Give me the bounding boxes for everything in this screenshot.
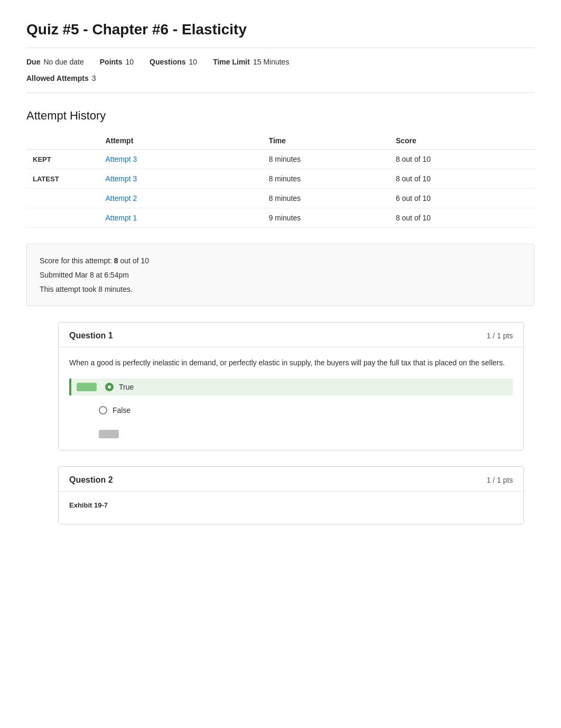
radio-false [99,406,107,414]
answer-true-label: True [119,383,134,391]
score-suffix: out of 10 [118,256,149,265]
question-2-body: Exhibit 19-7 [59,492,523,524]
question-1-header: Question 1 1 / 1 pts [59,322,523,347]
exhibit-label: Exhibit 19-7 [69,501,513,509]
row-attempt[interactable]: Attempt 3 [99,169,262,189]
table-row: LATESTAttempt 38 minutes8 out of 10 [26,169,535,189]
answer-false: False [69,402,513,419]
score-line: Score for this attempt: 8 out of 10 [40,254,521,268]
question-1-text: When a good is perfectly inelastic in de… [69,357,513,368]
question-2-block: Question 2 1 / 1 pts Exhibit 19-7 [58,466,524,524]
time-limit-value: 15 Minutes [253,56,289,69]
row-attempt[interactable]: Attempt 3 [99,150,262,169]
row-time: 8 minutes [263,150,390,169]
questions-value: 10 [189,56,198,69]
time-limit-label: Time Limit [213,56,250,69]
row-label: LATEST [26,169,99,189]
row-score: 6 out of 10 [389,189,535,208]
question-1-body: When a good is perfectly inelastic in de… [59,347,523,450]
duration-text: This attempt took 8 minutes. [40,282,521,297]
score-summary: Score for this attempt: 8 out of 10 Subm… [26,244,535,306]
score-text: Score for this attempt: [40,256,114,265]
question-1-block: Question 1 1 / 1 pts When a good is perf… [58,322,524,450]
correct-indicator [77,383,97,391]
question-2-title: Question 2 [69,475,113,485]
col-header-score: Score [389,132,535,150]
col-header-attempt: Attempt [99,132,262,150]
row-time: 8 minutes [263,189,390,208]
question-1-title: Question 1 [69,331,113,340]
row-score: 8 out of 10 [389,169,535,189]
row-score: 8 out of 10 [389,150,535,169]
row-time: 8 minutes [263,169,390,189]
table-row: Attempt 19 minutes8 out of 10 [26,208,535,228]
attempt-history-section: Attempt History Attempt Time Score KEPTA… [26,109,535,228]
points-label: Points [100,56,123,69]
points-value: 10 [126,56,134,69]
row-label [26,189,99,208]
row-attempt[interactable]: Attempt 1 [99,208,262,228]
question-2-header: Question 2 1 / 1 pts [59,467,523,492]
col-header-label [26,132,99,150]
score-value: 8 [114,256,118,265]
attempt-history-title: Attempt History [26,109,535,123]
row-attempt[interactable]: Attempt 2 [99,189,262,208]
answer-key-bar [99,430,119,438]
due-label: Due [26,56,40,69]
col-header-time: Time [263,132,390,150]
question-1-pts: 1 / 1 pts [487,331,513,340]
row-label [26,208,99,228]
quiz-title: Quiz #5 - Chapter #6 - Elasticity [26,21,535,38]
answer-true: True [69,379,513,395]
allowed-attempts-label: Allowed Attempts [26,72,89,85]
row-score: 8 out of 10 [389,208,535,228]
table-row: Attempt 28 minutes6 out of 10 [26,189,535,208]
table-row: KEPTAttempt 38 minutes8 out of 10 [26,150,535,169]
quiz-meta: Due No due date Points 10 Questions 10 T… [26,48,535,93]
due-value: No due date [43,56,83,69]
row-time: 9 minutes [263,208,390,228]
row-label: KEPT [26,150,99,169]
question-2-pts: 1 / 1 pts [487,476,513,484]
submitted-text: Submitted Mar 8 at 6:54pm [40,268,521,282]
radio-true [105,383,114,391]
answer-false-label: False [113,406,130,414]
allowed-attempts-value: 3 [92,72,96,85]
questions-label: Questions [149,56,185,69]
attempt-table: Attempt Time Score KEPTAttempt 38 minute… [26,132,535,228]
